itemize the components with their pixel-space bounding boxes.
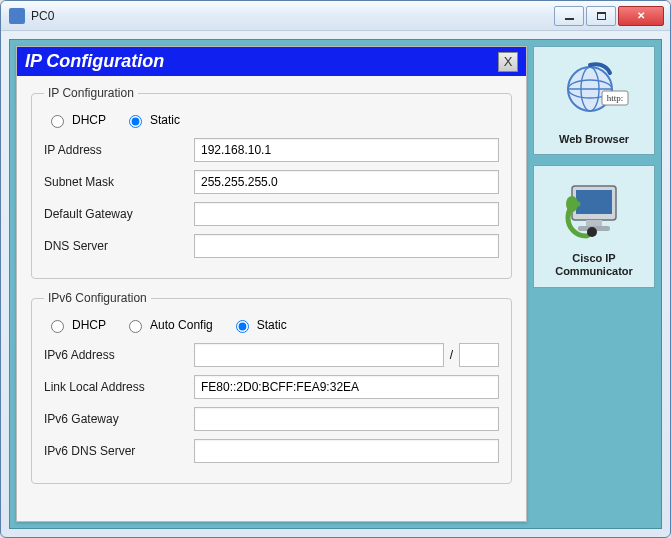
maximize-button[interactable] (586, 6, 616, 26)
app-sidebar: http: Web Browser (533, 46, 655, 522)
ipv6-dhcp-radio[interactable] (51, 320, 64, 333)
ipv6-prefix-separator: / (450, 348, 453, 362)
cisco-ip-communicator-icon (558, 174, 630, 246)
ipv4-static-option[interactable]: Static (124, 112, 180, 128)
ip-config-dialog: IP Configuration X IP Configuration DHCP (16, 46, 527, 522)
ipv6-auto-radio[interactable] (129, 320, 142, 333)
ipv6-static-radio[interactable] (236, 320, 249, 333)
ipv6-dns-input[interactable] (194, 439, 499, 463)
svg-text:http:: http: (607, 93, 624, 103)
ip-address-input[interactable] (194, 138, 499, 162)
app-icon (9, 8, 25, 24)
ipv6-dhcp-label: DHCP (72, 318, 106, 332)
minimize-icon (565, 18, 574, 20)
ip-address-label: IP Address (44, 143, 194, 157)
minimize-button[interactable] (554, 6, 584, 26)
cisco-ip-communicator-tile[interactable]: Cisco IP Communicator (533, 165, 655, 287)
web-browser-label: Web Browser (559, 133, 629, 146)
dialog-header: IP Configuration X (17, 47, 526, 76)
ipv4-dhcp-radio[interactable] (51, 115, 64, 128)
dialog-body: IP Configuration DHCP Static (17, 76, 526, 521)
ipv4-radio-row: DHCP Static (44, 108, 499, 138)
ipv6-legend: IPv6 Configuration (44, 291, 151, 305)
ipv6-prefix-input[interactable] (459, 343, 499, 367)
ipv6-radio-row: DHCP Auto Config Static (44, 313, 499, 343)
svg-point-11 (566, 196, 578, 212)
ipv4-dhcp-label: DHCP (72, 113, 106, 127)
ipv6-auto-option[interactable]: Auto Config (124, 317, 213, 333)
default-gateway-input[interactable] (194, 202, 499, 226)
subnet-mask-input[interactable] (194, 170, 499, 194)
ipv6-auto-label: Auto Config (150, 318, 213, 332)
ipv6-gateway-input[interactable] (194, 407, 499, 431)
dialog-close-button[interactable]: X (498, 52, 518, 72)
ipv6-dhcp-option[interactable]: DHCP (46, 317, 106, 333)
svg-point-10 (587, 227, 597, 237)
dns-server-input[interactable] (194, 234, 499, 258)
ipv4-legend: IP Configuration (44, 86, 138, 100)
web-browser-tile[interactable]: http: Web Browser (533, 46, 655, 155)
ipv6-static-label: Static (257, 318, 287, 332)
ipv4-group: IP Configuration DHCP Static (31, 86, 512, 279)
dialog-title: IP Configuration (25, 51, 498, 72)
cisco-ip-communicator-label: Cisco IP Communicator (538, 252, 650, 278)
svg-rect-8 (586, 220, 602, 226)
dns-server-label: DNS Server (44, 239, 194, 253)
web-browser-icon: http: (558, 55, 630, 127)
app-window: PC0 ✕ IP Configuration X IP Configuratio… (0, 0, 671, 538)
titlebar[interactable]: PC0 ✕ (1, 1, 670, 31)
close-window-button[interactable]: ✕ (618, 6, 664, 26)
ipv4-static-label: Static (150, 113, 180, 127)
ipv6-address-label: IPv6 Address (44, 348, 194, 362)
link-local-input[interactable] (194, 375, 499, 399)
svg-rect-7 (576, 190, 612, 214)
ipv6-gateway-label: IPv6 Gateway (44, 412, 194, 426)
default-gateway-label: Default Gateway (44, 207, 194, 221)
maximize-icon (597, 12, 606, 20)
link-local-label: Link Local Address (44, 380, 194, 394)
client-area: IP Configuration X IP Configuration DHCP (1, 31, 670, 537)
ipv6-static-option[interactable]: Static (231, 317, 287, 333)
ipv6-dns-label: IPv6 DNS Server (44, 444, 194, 458)
ipv4-dhcp-option[interactable]: DHCP (46, 112, 106, 128)
workspace: IP Configuration X IP Configuration DHCP (9, 39, 662, 529)
subnet-mask-label: Subnet Mask (44, 175, 194, 189)
close-icon: ✕ (637, 10, 645, 21)
window-title: PC0 (31, 9, 552, 23)
ipv4-static-radio[interactable] (129, 115, 142, 128)
ipv6-group: IPv6 Configuration DHCP Auto Config (31, 291, 512, 484)
ipv6-address-input[interactable] (194, 343, 444, 367)
